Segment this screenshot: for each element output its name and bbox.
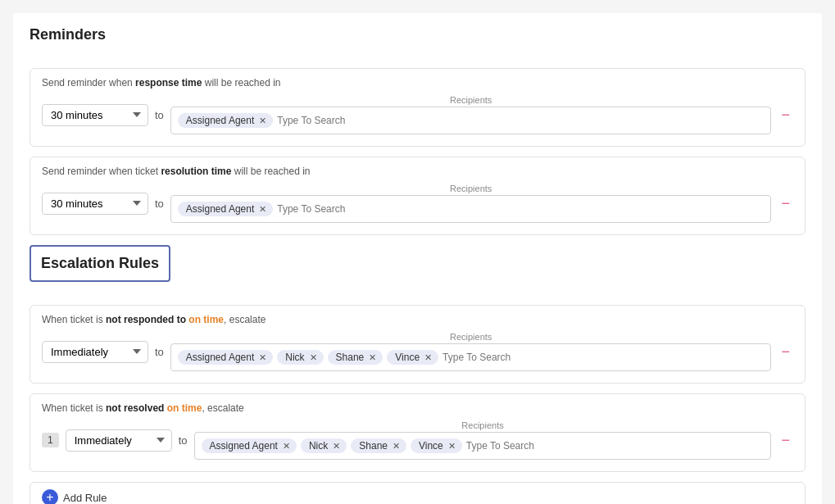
recipients-field[interactable]: Assigned Agent✕Nick✕Shane✕Vince✕ <box>170 343 772 371</box>
recipient-tag: Nick✕ <box>301 438 347 453</box>
escalation-card-escalation-1: When ticket is not responded to on time,… <box>29 305 806 384</box>
recipient-tag: Shane✕ <box>328 350 383 365</box>
reminder-time-select[interactable]: 30 minutes <box>42 193 148 215</box>
reminder-card-reminder-2: Send reminder when ticket resolution tim… <box>29 157 806 235</box>
recipients-col: RecipientsAssigned Agent✕ <box>170 95 772 134</box>
escalation-description: When ticket is not responded to on time,… <box>42 314 793 325</box>
recipients-col: RecipientsAssigned Agent✕Nick✕Shane✕Vinc… <box>194 420 772 460</box>
recipient-tag: Assigned Agent✕ <box>178 113 273 128</box>
escalation-header-wrapper: Escalation Rules <box>29 245 806 293</box>
recipients-label: Recipients <box>170 332 772 342</box>
recipient-search-input[interactable] <box>277 115 400 126</box>
reminder-card-reminder-1: Send reminder when response time will be… <box>29 68 806 147</box>
reminder-row: 30 minutestoRecipientsAssigned Agent✕− <box>42 95 793 134</box>
escalation-section-header: Escalation Rules <box>29 245 170 282</box>
reminders-header: Reminders <box>29 26 806 57</box>
reminder-row: 30 minutestoRecipientsAssigned Agent✕− <box>42 184 793 223</box>
reminder-time-select[interactable]: 30 minutes <box>42 104 148 126</box>
add-icon: + <box>42 489 58 504</box>
reminders-container: Send reminder when response time will be… <box>29 68 806 235</box>
escalation-container: When ticket is not responded to on time,… <box>29 305 806 472</box>
reminder-description: Send reminder when response time will be… <box>42 77 793 89</box>
remove-tag-icon[interactable]: ✕ <box>424 353 432 362</box>
recipient-search-input[interactable] <box>466 440 589 452</box>
remove-tag-icon[interactable]: ✕ <box>283 442 290 451</box>
reminder-description: Send reminder when ticket resolution tim… <box>42 166 793 177</box>
recipient-tag: Shane✕ <box>351 438 406 453</box>
add-rule-button[interactable]: + Add Rule <box>29 482 806 504</box>
recipient-tag: Assigned Agent✕ <box>178 350 273 365</box>
to-label: to <box>155 109 164 121</box>
remove-rule-button[interactable]: − <box>778 343 793 361</box>
recipient-tag: Vince✕ <box>411 438 462 453</box>
recipient-tag: Assigned Agent✕ <box>202 438 297 453</box>
remove-rule-button[interactable]: − <box>778 431 793 449</box>
remove-tag-icon[interactable]: ✕ <box>310 353 317 362</box>
page-container: Reminders Send reminder when response ti… <box>13 13 822 504</box>
escalation-card-escalation-2: When ticket is not resolved on time, esc… <box>29 393 806 472</box>
recipient-tag: Assigned Agent✕ <box>178 202 273 216</box>
reminders-title: Reminders <box>29 26 106 43</box>
escalation-time-select[interactable]: Immediately <box>66 429 172 452</box>
recipients-field[interactable]: Assigned Agent✕ <box>170 195 772 223</box>
escalation-row: ImmediatelytoRecipientsAssigned Agent✕Ni… <box>42 332 793 371</box>
remove-rule-button[interactable]: − <box>778 194 793 212</box>
add-rule-label: Add Rule <box>63 492 107 504</box>
recipients-field[interactable]: Assigned Agent✕Nick✕Shane✕Vince✕ <box>194 432 772 460</box>
recipient-search-input[interactable] <box>442 352 565 363</box>
to-label: to <box>179 434 188 447</box>
remove-tag-icon[interactable]: ✕ <box>448 442 456 451</box>
to-label: to <box>155 198 164 210</box>
recipients-label: Recipients <box>194 420 772 430</box>
recipient-tag: Vince✕ <box>387 350 438 365</box>
remove-rule-button[interactable]: − <box>778 106 793 124</box>
escalation-time-select[interactable]: Immediately <box>42 341 148 363</box>
recipient-tag: Nick✕ <box>277 350 323 365</box>
recipients-label: Recipients <box>170 95 772 105</box>
escalation-row: 1ImmediatelytoRecipientsAssigned Agent✕N… <box>42 420 793 460</box>
escalation-title: Escalation Rules <box>41 255 159 272</box>
remove-tag-icon[interactable]: ✕ <box>259 353 266 362</box>
remove-tag-icon[interactable]: ✕ <box>259 116 266 125</box>
recipients-field[interactable]: Assigned Agent✕ <box>170 107 772 134</box>
recipients-col: RecipientsAssigned Agent✕ <box>170 184 772 223</box>
to-label: to <box>155 346 164 358</box>
remove-tag-icon[interactable]: ✕ <box>369 353 376 362</box>
escalation-description: When ticket is not resolved on time, esc… <box>42 402 793 414</box>
remove-tag-icon[interactable]: ✕ <box>333 442 340 451</box>
recipients-label: Recipients <box>170 184 772 193</box>
remove-tag-icon[interactable]: ✕ <box>259 205 266 214</box>
rule-number-badge: 1 <box>42 433 59 447</box>
remove-tag-icon[interactable]: ✕ <box>393 442 400 451</box>
recipient-search-input[interactable] <box>277 203 400 215</box>
recipients-col: RecipientsAssigned Agent✕Nick✕Shane✕Vinc… <box>170 332 772 371</box>
